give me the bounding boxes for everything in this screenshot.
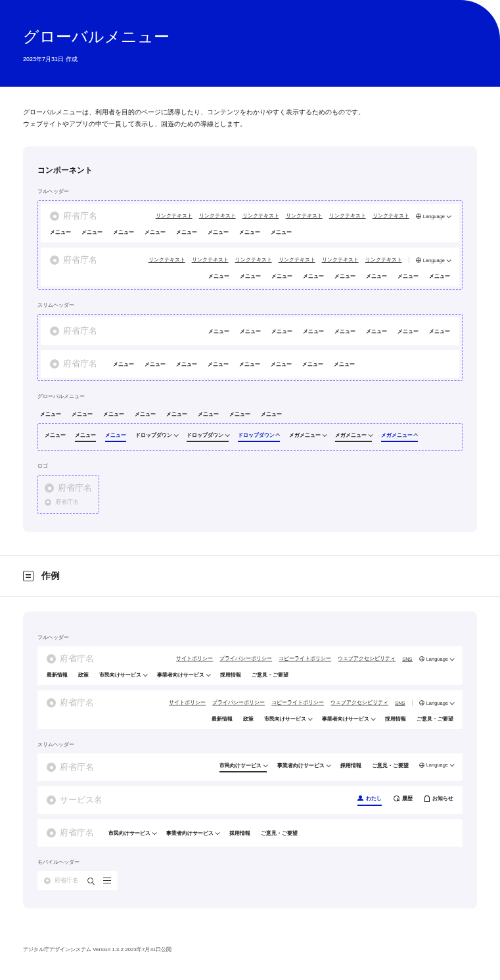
dropdown-item[interactable]: ドロップダウン bbox=[135, 432, 177, 439]
nav-item[interactable]: メニュー bbox=[334, 361, 355, 368]
nav-item[interactable]: メニュー bbox=[271, 273, 292, 280]
language-selector[interactable]: Language bbox=[419, 762, 453, 768]
logo[interactable]: 府省庁名 bbox=[47, 827, 94, 839]
utility-link[interactable]: リンクテキスト bbox=[148, 257, 185, 263]
nav-item[interactable]: メニュー bbox=[240, 328, 261, 335]
nav-item[interactable]: メニュー bbox=[271, 361, 292, 368]
logo-small[interactable]: 府省庁名 bbox=[45, 498, 92, 506]
nav-item-hover[interactable]: メニュー bbox=[75, 432, 96, 442]
link-privacy[interactable]: プライバシーポリシー bbox=[212, 700, 265, 706]
nav-item[interactable]: メニュー bbox=[366, 273, 387, 280]
nav-item[interactable]: メニュー bbox=[271, 328, 292, 335]
nav-item[interactable]: メニュー bbox=[103, 411, 124, 418]
nav-item[interactable]: メニュー bbox=[334, 273, 355, 280]
link-accessibility[interactable]: ウェブアクセシビリティ bbox=[338, 656, 396, 662]
nav-item[interactable]: メニュー bbox=[334, 328, 355, 335]
nav-feedback[interactable]: ご意見・ご要望 bbox=[372, 762, 409, 769]
nav-item[interactable]: メニュー bbox=[208, 361, 229, 368]
nav-latest[interactable]: 最新情報 bbox=[47, 671, 68, 679]
logo[interactable]: サービス名 bbox=[47, 794, 102, 806]
nav-policy[interactable]: 政策 bbox=[243, 715, 254, 723]
nav-item[interactable]: メニュー bbox=[303, 273, 324, 280]
utility-link[interactable]: リンクテキスト bbox=[365, 257, 402, 263]
nav-item[interactable]: メニュー bbox=[176, 361, 197, 368]
logo[interactable]: 府省庁名 bbox=[50, 210, 97, 222]
link-accessibility[interactable]: ウェブアクセシビリティ bbox=[330, 700, 388, 706]
nav-item[interactable]: メニュー bbox=[261, 411, 282, 418]
nav-item[interactable]: メニュー bbox=[302, 361, 323, 368]
nav-item[interactable]: メニュー bbox=[176, 229, 197, 236]
nav-item[interactable]: メニュー bbox=[113, 361, 134, 368]
nav-item[interactable]: メニュー bbox=[72, 411, 93, 418]
nav-item[interactable]: メニュー bbox=[303, 328, 324, 335]
nav-item[interactable]: メニュー bbox=[145, 361, 166, 368]
nav-item[interactable]: メニュー bbox=[239, 361, 260, 368]
utility-link[interactable]: リンクテキスト bbox=[286, 213, 323, 219]
nav-item[interactable]: メニュー bbox=[366, 328, 387, 335]
search-icon[interactable] bbox=[87, 878, 94, 884]
utility-link[interactable]: リンクテキスト bbox=[242, 213, 279, 219]
language-selector[interactable]: Language bbox=[416, 213, 450, 219]
logo[interactable]: 府省庁名 bbox=[47, 697, 94, 709]
nav-item[interactable]: メニュー bbox=[429, 328, 450, 335]
nav-feedback[interactable]: ご意見・ご要望 bbox=[252, 671, 288, 679]
utility-link[interactable]: リンクテキスト bbox=[329, 213, 366, 219]
logo[interactable]: 府省庁名 bbox=[50, 254, 97, 266]
nav-item[interactable]: メニュー bbox=[398, 328, 419, 335]
action-history[interactable]: 履歴 bbox=[394, 795, 413, 802]
link-site-policy[interactable]: サイトポリシー bbox=[176, 656, 213, 662]
nav-item[interactable]: メニュー bbox=[198, 411, 219, 418]
nav-item[interactable]: メニュー bbox=[239, 229, 260, 236]
nav-item[interactable]: メニュー bbox=[429, 273, 450, 280]
mega-item[interactable]: メガメニュー bbox=[289, 432, 326, 439]
language-selector[interactable]: Language bbox=[419, 656, 453, 662]
nav-feedback[interactable]: ご意見・ご要望 bbox=[417, 715, 453, 723]
link-site-policy[interactable]: サイトポリシー bbox=[169, 700, 206, 706]
logo-large[interactable]: 府省庁名 bbox=[45, 482, 92, 494]
nav-item[interactable]: メニュー bbox=[208, 229, 229, 236]
menu-icon[interactable] bbox=[103, 878, 111, 884]
nav-business[interactable]: 事業者向けサービス bbox=[277, 762, 330, 769]
utility-link[interactable]: リンクテキスト bbox=[192, 257, 229, 263]
nav-item[interactable]: メニュー bbox=[40, 411, 61, 418]
utility-link[interactable]: リンクテキスト bbox=[373, 213, 409, 219]
nav-recruit[interactable]: 採用情報 bbox=[385, 715, 406, 723]
nav-item[interactable]: メニュー bbox=[240, 273, 261, 280]
nav-citizen[interactable]: 市民向けサービス bbox=[99, 671, 147, 679]
logo[interactable]: 府省庁名 bbox=[44, 876, 78, 885]
nav-item-active[interactable]: メニュー bbox=[105, 432, 126, 442]
utility-link[interactable]: リンクテキスト bbox=[279, 257, 315, 263]
nav-policy[interactable]: 政策 bbox=[78, 671, 89, 679]
logo[interactable]: 府省庁名 bbox=[47, 653, 94, 665]
nav-item[interactable]: メニュー bbox=[271, 229, 292, 236]
action-notify[interactable]: お知らせ bbox=[424, 795, 453, 802]
mega-item-hover[interactable]: メガメニュー bbox=[335, 432, 372, 442]
link-copyright[interactable]: コピーライトポリシー bbox=[271, 700, 324, 706]
nav-latest[interactable]: 最新情報 bbox=[212, 715, 233, 723]
utility-link[interactable]: リンクテキスト bbox=[235, 257, 272, 263]
nav-item[interactable]: メニュー bbox=[45, 432, 66, 439]
nav-business[interactable]: 事業者向けサービス bbox=[157, 671, 210, 679]
link-sns[interactable]: SNS bbox=[402, 656, 412, 662]
nav-recruit[interactable]: 採用情報 bbox=[229, 830, 250, 837]
nav-item[interactable]: メニュー bbox=[208, 273, 229, 280]
utility-link[interactable]: リンクテキスト bbox=[156, 213, 193, 219]
nav-item[interactable]: メニュー bbox=[135, 411, 156, 418]
nav-item[interactable]: メニュー bbox=[113, 229, 134, 236]
logo[interactable]: 府省庁名 bbox=[50, 325, 97, 337]
link-privacy[interactable]: プライバシーポリシー bbox=[219, 656, 272, 662]
nav-item[interactable]: メニュー bbox=[208, 328, 229, 335]
nav-business[interactable]: 事業者向けサービス bbox=[166, 830, 219, 837]
nav-business[interactable]: 事業者向けサービス bbox=[322, 715, 375, 723]
nav-recruit[interactable]: 採用情報 bbox=[340, 762, 361, 769]
link-sns[interactable]: SNS bbox=[395, 700, 405, 706]
nav-recruit[interactable]: 採用情報 bbox=[220, 671, 241, 679]
mega-item-active[interactable]: メガメニュー bbox=[381, 432, 418, 442]
dropdown-item-hover[interactable]: ドロップダウン bbox=[187, 432, 229, 442]
logo[interactable]: 府省庁名 bbox=[47, 761, 94, 773]
nav-citizen-active[interactable]: 市民向けサービス bbox=[219, 762, 267, 772]
dropdown-item-active[interactable]: ドロップダウン bbox=[238, 432, 280, 442]
nav-item[interactable]: メニュー bbox=[166, 411, 187, 418]
link-copyright[interactable]: コピーライトポリシー bbox=[279, 656, 331, 662]
nav-item[interactable]: メニュー bbox=[145, 229, 166, 236]
